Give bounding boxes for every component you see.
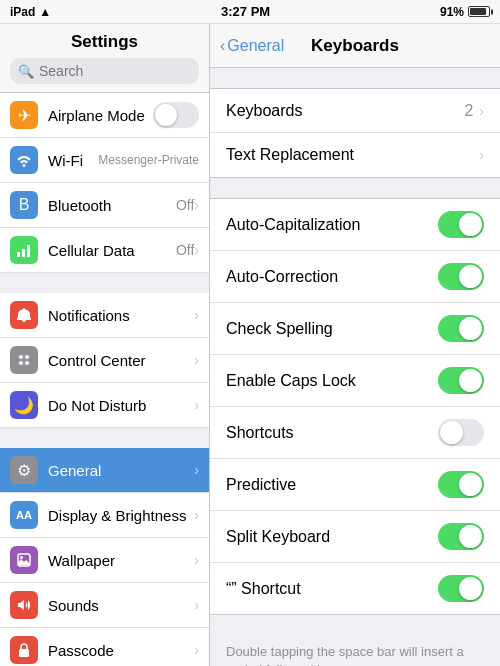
- search-bar[interactable]: 🔍: [10, 58, 199, 84]
- display-icon: AA: [10, 501, 38, 529]
- chevron-icon: ›: [194, 397, 199, 413]
- sidebar-item-control-center[interactable]: Control Center ›: [0, 338, 209, 383]
- caps-lock-toggle[interactable]: [438, 367, 484, 394]
- sidebar-item-label: Passcode: [48, 642, 194, 659]
- sidebar-item-airplane[interactable]: ✈ Airplane Mode: [0, 93, 209, 138]
- sidebar-item-general[interactable]: ⚙ General ›: [0, 448, 209, 493]
- wifi-icon: ▲: [39, 5, 51, 19]
- wifi-value: Messenger-Private: [98, 153, 199, 167]
- keyboards-count: 2: [464, 102, 473, 120]
- smart-quote-toggle[interactable]: [438, 575, 484, 602]
- right-content: Keyboards 2 › Text Replacement › Auto-Ca…: [210, 68, 500, 666]
- status-time: 3:27 PM: [221, 4, 270, 19]
- back-button[interactable]: ‹ General: [220, 37, 284, 55]
- chevron-icon: ›: [194, 642, 199, 658]
- bluetooth-value: Off: [176, 197, 194, 213]
- sidebar-item-bluetooth[interactable]: B Bluetooth Off ›: [0, 183, 209, 228]
- row-label: Shortcuts: [226, 424, 438, 442]
- back-label: General: [227, 37, 284, 55]
- sidebar-item-cellular[interactable]: Cellular Data Off ›: [0, 228, 209, 273]
- sidebar-item-sounds[interactable]: Sounds ›: [0, 583, 209, 628]
- bluetooth-icon: B: [10, 191, 38, 219]
- sidebar-item-dnd[interactable]: 🌙 Do Not Disturb ›: [0, 383, 209, 428]
- sidebar-item-wifi[interactable]: Wi-Fi Messenger-Private: [0, 138, 209, 183]
- sidebar-item-label: Cellular Data: [48, 242, 176, 259]
- right-header: ‹ General Keyboards: [210, 24, 500, 68]
- sidebar-item-label: Notifications: [48, 307, 194, 324]
- check-spelling-row[interactable]: Check Spelling: [210, 303, 500, 355]
- sidebar-item-label: General: [48, 462, 194, 479]
- sidebar-section-preferences: ⚙ General › AA Display & Brightness ›: [0, 448, 209, 666]
- predictive-toggle[interactable]: [438, 471, 484, 498]
- auto-correction-row[interactable]: Auto-Correction: [210, 251, 500, 303]
- status-right: 91%: [440, 5, 490, 19]
- auto-capitalization-row[interactable]: Auto-Capitalization: [210, 199, 500, 251]
- chevron-icon: ›: [194, 552, 199, 568]
- page-title: Keyboards: [311, 36, 399, 56]
- svg-point-4: [25, 355, 29, 359]
- battery-icon: [468, 6, 490, 17]
- wifi-icon: [10, 146, 38, 174]
- split-keyboard-toggle[interactable]: [438, 523, 484, 550]
- cellular-icon: [10, 236, 38, 264]
- row-label: Predictive: [226, 476, 438, 494]
- predictive-row[interactable]: Predictive: [210, 459, 500, 511]
- sidebar-item-label: Wallpaper: [48, 552, 194, 569]
- keyboards-row[interactable]: Keyboards 2 ›: [210, 89, 500, 133]
- shortcuts-row[interactable]: Shortcuts: [210, 407, 500, 459]
- sidebar: Settings 🔍 ✈ Airplane Mode: [0, 24, 210, 666]
- sidebar-item-label: Bluetooth: [48, 197, 176, 214]
- app-container: Settings 🔍 ✈ Airplane Mode: [0, 24, 500, 666]
- row-label: Enable Caps Lock: [226, 372, 438, 390]
- svg-point-8: [20, 556, 23, 559]
- chevron-icon: ›: [479, 103, 484, 119]
- chevron-icon: ›: [194, 307, 199, 323]
- settings-group-2: Auto-Capitalization Auto-Correction Chec…: [210, 198, 500, 615]
- search-input[interactable]: [39, 63, 191, 79]
- chevron-icon: ›: [194, 242, 199, 258]
- search-icon: 🔍: [18, 64, 34, 79]
- enable-caps-lock-row[interactable]: Enable Caps Lock: [210, 355, 500, 407]
- control-center-icon: [10, 346, 38, 374]
- shortcuts-toggle[interactable]: [438, 419, 484, 446]
- row-label: Check Spelling: [226, 320, 438, 338]
- chevron-icon: ›: [194, 352, 199, 368]
- smart-quote-row[interactable]: “” Shortcut: [210, 563, 500, 614]
- svg-rect-2: [27, 245, 30, 257]
- svg-point-10: [23, 652, 26, 655]
- split-keyboard-row[interactable]: Split Keyboard: [210, 511, 500, 563]
- sidebar-item-label: Sounds: [48, 597, 194, 614]
- chevron-icon: ›: [479, 147, 484, 163]
- row-label: Auto-Capitalization: [226, 216, 438, 234]
- chevron-icon: ›: [194, 597, 199, 613]
- sidebar-item-notifications[interactable]: Notifications ›: [0, 293, 209, 338]
- text-replacement-row[interactable]: Text Replacement ›: [210, 133, 500, 177]
- section-gap-2: [0, 428, 209, 448]
- footnote: Double tapping the space bar will insert…: [210, 635, 500, 666]
- sidebar-header: Settings 🔍: [0, 24, 209, 93]
- sidebar-item-wallpaper[interactable]: Wallpaper ›: [0, 538, 209, 583]
- check-spelling-toggle[interactable]: [438, 315, 484, 342]
- sidebar-title: Settings: [10, 32, 199, 58]
- cellular-value: Off: [176, 242, 194, 258]
- ipad-label: iPad: [10, 5, 35, 19]
- sidebar-section-connectivity: ✈ Airplane Mode Wi-Fi Messenger-Private …: [0, 93, 209, 273]
- sidebar-item-label: Control Center: [48, 352, 194, 369]
- airplane-toggle[interactable]: [153, 102, 199, 128]
- chevron-icon: ›: [194, 462, 199, 478]
- general-icon: ⚙: [10, 456, 38, 484]
- row-label: Split Keyboard: [226, 528, 438, 546]
- auto-correct-toggle[interactable]: [438, 263, 484, 290]
- status-bar: iPad ▲ 3:27 PM 91%: [0, 0, 500, 24]
- dnd-icon: 🌙: [10, 391, 38, 419]
- airplane-icon: ✈: [10, 101, 38, 129]
- section-gap-1: [0, 273, 209, 293]
- row-label: Text Replacement: [226, 146, 479, 164]
- auto-cap-toggle[interactable]: [438, 211, 484, 238]
- row-label: “” Shortcut: [226, 580, 438, 598]
- sidebar-item-label: Wi-Fi: [48, 152, 98, 169]
- sidebar-list: ✈ Airplane Mode Wi-Fi Messenger-Private …: [0, 93, 209, 666]
- sidebar-item-passcode[interactable]: Passcode ›: [0, 628, 209, 666]
- sidebar-section-system: Notifications › Control Center › 🌙: [0, 293, 209, 428]
- sidebar-item-display[interactable]: AA Display & Brightness ›: [0, 493, 209, 538]
